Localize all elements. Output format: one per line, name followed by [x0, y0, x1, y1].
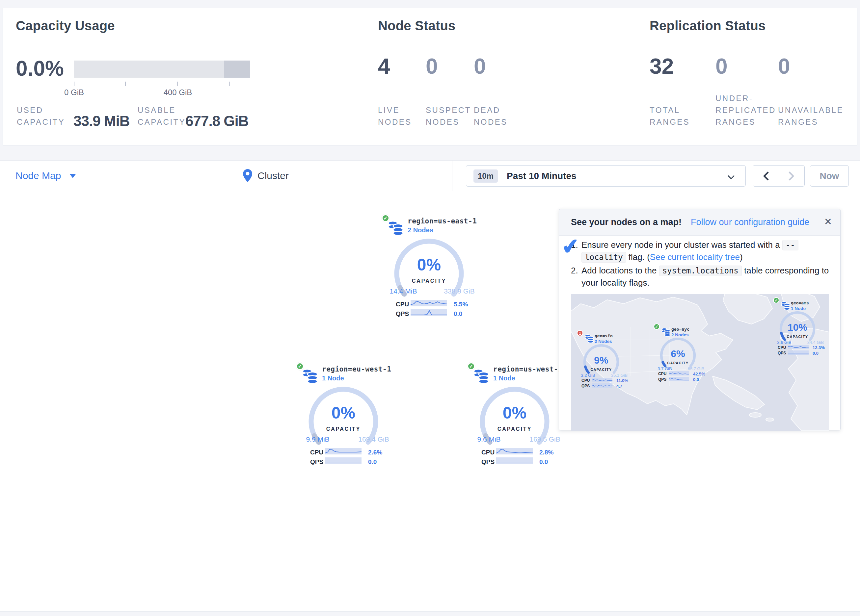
region-block-eu-west-1[interactable]: ✓ region=eu-west-1 1 Node 0% CAPACITY 9.…: [290, 359, 402, 472]
panel-title: See your nodes on a map!: [571, 217, 681, 227]
node-status-title: Node Status: [378, 19, 456, 33]
qps-value: 4.7: [616, 384, 622, 389]
healthy-check-badge: ✓: [296, 362, 304, 370]
capacity-bar-used-segment: [224, 61, 250, 78]
configuration-guide-link[interactable]: Follow our configuration guide: [691, 217, 809, 227]
region-block-us-west-1[interactable]: ✓ region=us-west-1 1 Node 0% CAPACITY 9.…: [461, 359, 573, 472]
location-pin-icon: [243, 169, 253, 183]
time-forward-button[interactable]: [779, 166, 805, 186]
warning-count-badge: 1: [577, 330, 583, 336]
time-pager: [753, 165, 805, 187]
capacity-usage-title: Capacity Usage: [16, 19, 115, 33]
time-back-button[interactable]: [753, 166, 779, 186]
qps-value: 0.0: [454, 310, 462, 318]
capacity-percent: 0%: [394, 255, 465, 274]
used-value: 3.6 GiB: [771, 340, 798, 345]
map-node-geo-ams: ✓ geo=ams 1 Node 10%: [770, 294, 829, 360]
close-icon[interactable]: ×: [824, 215, 832, 228]
suspect-nodes-label: SUSPECT NODES: [426, 104, 471, 128]
capacity-percent: 10%: [779, 322, 816, 333]
chevron-down-icon: [728, 172, 734, 179]
used-value: 9.6 MiB: [463, 435, 515, 443]
capacity-caption: CAPACITY: [394, 278, 465, 284]
cpu-value: 42.5%: [693, 371, 705, 376]
cpu-label: CPU: [481, 449, 494, 456]
qps-sparkline: [325, 458, 361, 464]
capacity-tick: [126, 82, 126, 86]
used-value: 3.7 GiB: [651, 366, 679, 371]
region-nodes-link[interactable]: 1 Node: [493, 375, 515, 382]
used-value: 14.4 MiB: [377, 287, 430, 295]
live-nodes-count: 4: [378, 53, 390, 78]
time-scale-badge: 10m: [474, 169, 498, 183]
setup-step-2: 2. Add locations to the system.locations…: [571, 265, 836, 288]
cpu-sparkline: [411, 300, 447, 306]
qps-sparkline: [592, 383, 612, 388]
healthy-check-badge: ✓: [654, 323, 660, 330]
unavailable-ranges-label: UNAVAILABLE RANGES: [778, 104, 844, 128]
cpu-value: 5.5%: [454, 301, 468, 308]
locality-label: geo=sfo: [595, 333, 613, 338]
suspect-nodes-count: 0: [426, 53, 438, 78]
region-nodes-link[interactable]: 1 Node: [322, 375, 344, 382]
capacity-percent: 0%: [308, 403, 379, 423]
cpu-label: CPU: [658, 371, 666, 376]
qps-sparkline: [788, 350, 809, 355]
step-text: flag. (: [629, 252, 650, 262]
cpu-sparkline: [788, 345, 809, 349]
locality-tree-link[interactable]: See current locality tree: [650, 252, 740, 262]
used-value: 9.9 MiB: [291, 435, 344, 443]
region-nodes-link[interactable]: 2 Nodes: [408, 226, 433, 234]
locality-label: geo=ams: [791, 301, 809, 306]
page-footer-strip: [0, 611, 860, 616]
region-locality-label: region=us-west-1: [493, 365, 562, 373]
used-value: 3.2 GiB: [574, 373, 602, 378]
capacity-tick: [229, 82, 230, 86]
region-locality-label: region=eu-west-1: [322, 365, 391, 373]
database-nodes-icon: [584, 334, 594, 343]
used-capacity-label: USED CAPACITY: [17, 104, 65, 128]
total-value: 34.4 GiB: [801, 340, 829, 345]
capacity-tick: [177, 82, 178, 86]
cpu-value: 2.6%: [368, 449, 382, 456]
cpu-value: 12.3%: [813, 345, 825, 350]
chevron-left-icon: [763, 171, 769, 181]
qps-value: 0.0: [693, 377, 699, 382]
region-block-us-east-1[interactable]: ✓ region=us-east-1 2 Nodes 0% CAPACITY 1…: [375, 211, 487, 324]
unavailable-ranges-count: 0: [778, 53, 790, 78]
total-value: 65.7 GiB: [681, 366, 711, 371]
healthy-check-badge: ✓: [467, 362, 475, 370]
qps-sparkline: [411, 309, 447, 316]
step-text: Ensure every node in your cluster was st…: [581, 240, 780, 250]
database-nodes-icon: [661, 327, 671, 337]
code-chip: locality: [581, 252, 626, 263]
time-range-dropdown[interactable]: 10m Past 10 Minutes: [466, 165, 746, 187]
now-button[interactable]: Now: [810, 165, 849, 187]
healthy-check-badge: ✓: [773, 297, 779, 303]
total-ranges-count: 32: [650, 53, 674, 78]
capacity-percent: 9%: [582, 355, 620, 366]
breadcrumb-label: Cluster: [257, 170, 289, 181]
cpu-sparkline: [325, 448, 361, 455]
used-capacity-value: 33.9 MiB: [74, 113, 130, 129]
view-selector-label: Node Map: [16, 170, 61, 181]
step-done-check-icon: ✔: [560, 233, 581, 259]
view-selector-dropdown[interactable]: Node Map: [16, 161, 76, 191]
cluster-summary-bar: Capacity Usage 0.0% 0 GiB 400 GiB USED C…: [3, 8, 857, 146]
cluster-overview-page: Capacity Usage 0.0% 0 GiB 400 GiB USED C…: [0, 0, 860, 616]
panel-header: See your nodes on a map! Follow our conf…: [559, 209, 840, 236]
replication-status-title: Replication Status: [650, 19, 766, 33]
setup-step-1: 1. Ensure every node in your cluster was…: [571, 239, 836, 263]
database-nodes-icon: [387, 220, 404, 236]
qps-value: 0.0: [368, 458, 377, 466]
capacity-caption: CAPACITY: [779, 335, 816, 339]
database-nodes-icon: [473, 368, 490, 384]
qps-sparkline: [669, 377, 689, 381]
capacity-percent: 0%: [479, 403, 550, 423]
capacity-caption: CAPACITY: [479, 426, 550, 432]
breadcrumb[interactable]: Cluster: [243, 161, 289, 191]
capacity-tick-label-0: 0 GiB: [54, 88, 94, 97]
toolbar-divider: [452, 161, 452, 191]
map-node-geo-sfo: 1 geo=sfo 2 Nodes 9%: [574, 327, 639, 393]
map-node-geo-nyc: ✓ geo=nyc 2 Nodes 6%: [650, 320, 716, 386]
